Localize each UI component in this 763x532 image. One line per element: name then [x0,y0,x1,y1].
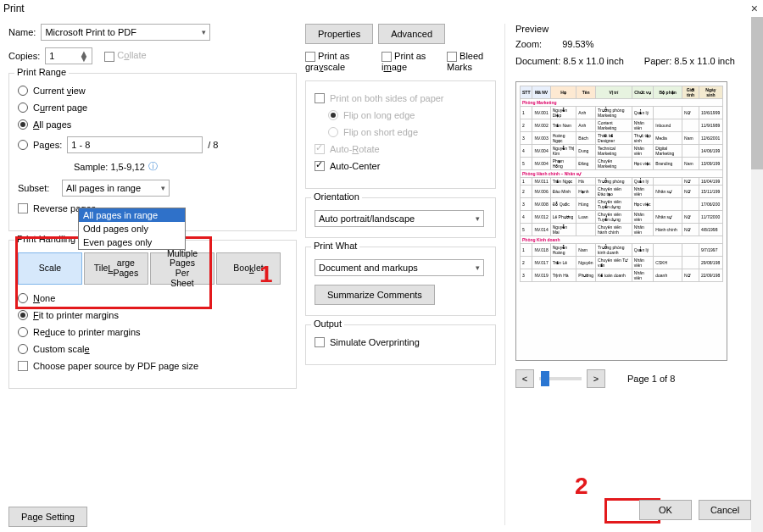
next-page-button[interactable]: > [587,369,605,388]
printer-value: Microsoft Print to PDF [45,27,136,37]
vertical-scrollbar[interactable] [751,17,763,532]
ok-button[interactable]: OK [639,500,692,520]
close-icon[interactable]: × [751,2,758,15]
pages-radio[interactable] [18,140,28,150]
output-title: Output [311,319,344,329]
pages-total: / 8 [208,140,218,150]
page-indicator: Page 1 of 8 [627,374,675,384]
auto-center-label: Auto-Center [330,161,380,171]
page-setting-button[interactable]: Page Setting [8,507,87,527]
name-label: Name: [8,27,36,37]
fit-label: Fit to printer margins [33,310,119,320]
print-what-select[interactable]: Document and markups ▾ [315,259,484,276]
current-view-label: Current view [33,86,86,96]
pages-label: Pages: [33,140,62,150]
auto-rotate-checkbox [315,144,325,154]
printer-select[interactable]: Microsoft Print to PDF ▾ [41,24,210,41]
doc-size: Document: 8.5 x 11.0 inch [515,56,624,66]
paper-size: Paper: 8.5 x 11.0 inch [644,56,735,66]
advanced-button[interactable]: Advanced [378,24,445,44]
simulate-checkbox[interactable] [315,337,325,347]
none-radio[interactable] [18,293,28,303]
print-range-title: Print Range [14,67,69,77]
bleed-checkbox[interactable] [447,52,457,62]
long-edge-radio [328,110,338,120]
chevron-down-icon: ▾ [476,263,480,272]
grayscale-checkbox[interactable] [305,52,315,62]
both-sides-label: Print on both sides of paper [330,93,444,103]
short-edge-radio [328,127,338,137]
collate-checkbox [104,52,114,62]
short-edge-label: Flip on short edge [343,127,418,137]
reverse-checkbox[interactable] [18,203,28,213]
reduce-label: Reduce to printer margins [33,327,141,337]
print-handling-title: Print Handling [14,234,78,244]
print-what-title: Print What [311,241,359,251]
cancel-button[interactable]: Cancel [699,500,751,520]
preview-page: STT Mã NV Họ Tên Vị trí Chức vụ Bộ phận … [515,81,727,361]
paper-source-label: Choose paper source by PDF page size [33,361,198,371]
collate-label: Collate [117,50,146,60]
copies-value: 1 [49,51,54,61]
subset-value: All pages in range [66,183,141,193]
multiple-button[interactable]: Multiple PagesPer Sheet [150,252,214,285]
pages-input[interactable] [67,136,203,153]
prev-page-button[interactable]: < [515,369,534,388]
subset-label: Subset: [18,183,57,193]
paper-source-checkbox[interactable] [18,361,28,371]
preview-title: Preview [515,24,755,34]
both-sides-checkbox [315,93,325,103]
window-title: Print [3,3,25,14]
info-icon[interactable]: ⓘ [148,160,158,173]
properties-button[interactable]: Properties [305,24,373,44]
orientation-select[interactable]: Auto portrait/landscape ▾ [315,210,484,227]
chevron-down-icon: ▾ [476,214,480,223]
subset-option-odd[interactable]: Odd pages only [79,222,185,236]
page-slider[interactable] [539,377,582,380]
booklet-button[interactable]: Booklet [216,252,281,285]
all-pages-radio[interactable] [18,119,28,130]
custom-radio[interactable] [18,344,28,354]
current-page-radio[interactable] [18,103,28,113]
subset-dropdown: All pages in range Odd pages only Even p… [78,208,186,250]
all-pages-label: All pages [33,119,71,130]
chevron-down-icon: ▾ [202,28,206,36]
current-page-label: Current page [33,103,87,113]
image-checkbox[interactable] [382,52,392,62]
orientation-value: Auto portrait/landscape [319,213,415,224]
reduce-radio[interactable] [18,327,28,337]
copies-label: Copies: [8,51,40,61]
none-label: None [33,293,55,303]
orientation-title: Orientation [311,191,362,202]
current-view-radio[interactable] [18,86,28,96]
copies-spinner[interactable]: 1 ▲▼ [45,47,92,64]
auto-rotate-label: Auto-Rotate [330,144,380,154]
long-edge-label: Flip on long edge [343,110,415,120]
simulate-label: Simulate Overprinting [330,337,420,347]
fit-radio[interactable] [18,310,28,320]
tile-button[interactable]: Tile LargePages [84,252,148,285]
print-what-value: Document and markups [319,263,418,273]
zoom-value: 99.53% [562,39,593,49]
custom-label: Custom scale [33,344,90,354]
summarize-button[interactable]: Summarize Comments [315,285,435,305]
chevron-down-icon: ▾ [161,184,165,192]
subset-option-even[interactable]: Even pages only [79,236,185,249]
zoom-label: Zoom: [515,39,542,49]
annotation-number-2: 2 [575,473,588,500]
subset-select[interactable]: All pages in range ▾ [62,180,170,197]
scale-button[interactable]: Scale [18,252,82,285]
auto-center-checkbox[interactable] [315,161,325,171]
sample-label: Sample: 1,5-9,12 [74,162,145,172]
subset-option-all[interactable]: All pages in range [79,208,185,222]
